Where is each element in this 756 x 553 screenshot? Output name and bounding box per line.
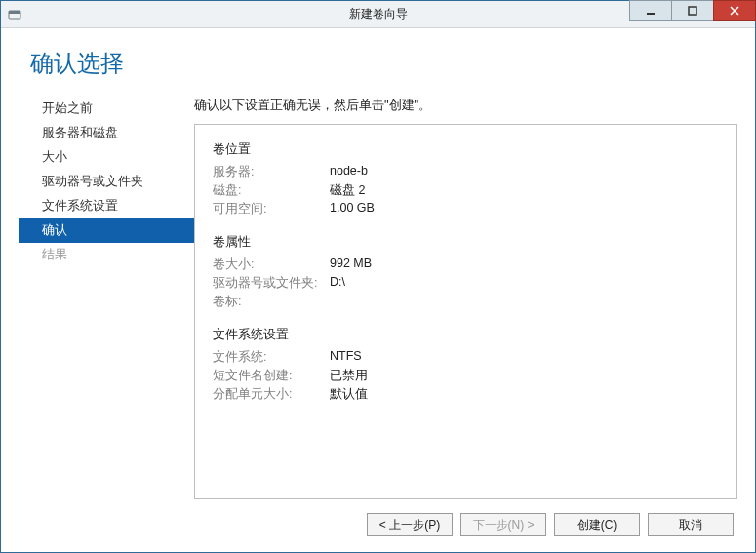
value-drive-letter: D:\ (330, 275, 345, 292)
step-server-and-disk[interactable]: 服务器和磁盘 (19, 121, 194, 145)
row-allocation-unit: 分配单元大小: 默认值 (213, 386, 719, 403)
section-volume-location: 卷位置 (213, 140, 719, 158)
confirmation-panel: 卷位置 服务器: node-b 磁盘: 磁盘 2 可用空间: 1.00 GB 卷… (194, 124, 737, 499)
step-before-you-begin[interactable]: 开始之前 (19, 97, 194, 121)
minimize-button[interactable] (629, 0, 672, 21)
main-panel: 确认以下设置正确无误，然后单击"创建"。 卷位置 服务器: node-b 磁盘:… (194, 93, 737, 499)
window-controls (629, 1, 755, 27)
titlebar: 新建卷向导 (1, 1, 755, 28)
value-filesystem: NTFS (330, 349, 362, 366)
svg-rect-3 (689, 7, 696, 15)
row-disk: 磁盘: 磁盘 2 (213, 182, 719, 199)
row-filesystem: 文件系统: NTFS (213, 349, 719, 366)
wizard-footer: < 上一步(P) 下一步(N) > 创建(C) 取消 (19, 499, 737, 540)
cancel-button[interactable]: 取消 (648, 513, 734, 536)
step-results: 结果 (19, 243, 194, 267)
app-icon (7, 7, 22, 22)
instruction-text: 确认以下设置正确无误，然后单击"创建"。 (194, 97, 737, 114)
wizard-steps: 开始之前 服务器和磁盘 大小 驱动器号或文件夹 文件系统设置 确认 结果 (19, 93, 194, 499)
row-volume-label: 卷标: (213, 294, 719, 310)
page-heading: 确认选择 (30, 48, 737, 79)
section-filesystem-settings: 文件系统设置 (213, 326, 719, 343)
row-short-filename: 短文件名创建: 已禁用 (213, 368, 719, 384)
svg-rect-1 (9, 11, 20, 14)
wizard-body: 确认选择 开始之前 服务器和磁盘 大小 驱动器号或文件夹 文件系统设置 确认 结… (1, 28, 755, 552)
step-confirmation[interactable]: 确认 (19, 218, 194, 243)
label-free-space: 可用空间: (213, 201, 330, 217)
label-volume-size: 卷大小: (213, 257, 330, 273)
maximize-button[interactable] (671, 0, 714, 21)
label-drive-letter: 驱动器号或文件夹: (213, 275, 330, 292)
label-server: 服务器: (213, 164, 330, 180)
value-disk: 磁盘 2 (330, 182, 365, 199)
step-size[interactable]: 大小 (19, 145, 194, 170)
label-volume-label: 卷标: (213, 294, 330, 310)
value-free-space: 1.00 GB (330, 201, 375, 217)
close-button[interactable] (713, 0, 756, 21)
label-disk: 磁盘: (213, 182, 330, 199)
step-drive-or-folder[interactable]: 驱动器号或文件夹 (19, 170, 194, 194)
content-area: 开始之前 服务器和磁盘 大小 驱动器号或文件夹 文件系统设置 确认 结果 确认以… (19, 93, 737, 499)
section-volume-properties: 卷属性 (213, 233, 719, 251)
wizard-window: 新建卷向导 确认选择 开始之前 服务器和磁盘 大小 驱动器号或文件夹 文件系统设… (0, 0, 756, 553)
create-button[interactable]: 创建(C) (554, 513, 640, 536)
row-server: 服务器: node-b (213, 164, 719, 180)
row-drive-letter: 驱动器号或文件夹: D:\ (213, 275, 719, 292)
step-filesystem-settings[interactable]: 文件系统设置 (19, 194, 194, 218)
row-free-space: 可用空间: 1.00 GB (213, 201, 719, 217)
label-filesystem: 文件系统: (213, 349, 330, 366)
value-server: node-b (330, 164, 368, 180)
label-short-filename: 短文件名创建: (213, 368, 330, 384)
label-allocation-unit: 分配单元大小: (213, 386, 330, 403)
value-volume-size: 992 MB (330, 257, 372, 273)
next-button: 下一步(N) > (460, 513, 546, 536)
row-volume-size: 卷大小: 992 MB (213, 257, 719, 273)
value-allocation-unit: 默认值 (330, 386, 368, 403)
svg-rect-2 (647, 13, 655, 15)
previous-button[interactable]: < 上一步(P) (367, 513, 453, 536)
value-short-filename: 已禁用 (330, 368, 368, 384)
